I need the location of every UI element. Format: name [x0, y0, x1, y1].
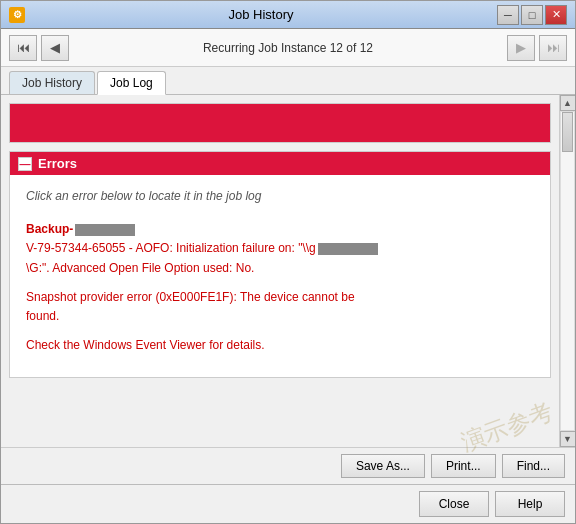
- main-window: ⚙ Job History ─ □ ✕ ⏮ ◀ Recurring Job In…: [0, 0, 576, 524]
- content-area: — Errors Click an error below to locate …: [1, 95, 575, 447]
- error-text-3: Check the Windows Event Viewer for detai…: [26, 336, 534, 355]
- minimize-button[interactable]: ─: [497, 5, 519, 25]
- window-title: Job History: [25, 7, 497, 22]
- tab-job-log[interactable]: Job Log: [97, 71, 166, 95]
- footer-bar: Close Help: [1, 484, 575, 523]
- scroll-down-button[interactable]: ▼: [560, 431, 576, 447]
- save-as-button[interactable]: Save As...: [341, 454, 425, 478]
- error-backup-label: Backup-: [26, 222, 73, 236]
- print-button[interactable]: Print...: [431, 454, 496, 478]
- redacted-bar-1: [75, 224, 135, 236]
- next-button[interactable]: ▶: [507, 35, 535, 61]
- scroll-track[interactable]: [560, 111, 575, 431]
- scrollbar[interactable]: ▲ ▼: [559, 95, 575, 447]
- error-text-1: V-79-57344-65055 - AOFO: Initialization …: [26, 239, 534, 277]
- error-label-1: Backup-: [26, 220, 534, 239]
- instance-label: Recurring Job Instance 12 of 12: [73, 41, 503, 55]
- errors-header: — Errors: [10, 152, 550, 175]
- title-bar: ⚙ Job History ─ □ ✕: [1, 1, 575, 29]
- toolbar: ⏮ ◀ Recurring Job Instance 12 of 12 ▶ ⏭: [1, 29, 575, 67]
- close-button[interactable]: Close: [419, 491, 489, 517]
- errors-title: Errors: [38, 156, 77, 171]
- errors-panel: — Errors Click an error below to locate …: [9, 151, 551, 378]
- errors-body: Click an error below to locate it in the…: [10, 175, 550, 377]
- error-entry-3: Check the Windows Event Viewer for detai…: [26, 336, 534, 355]
- error-entry-1: Backup- V-79-57344-65055 - AOFO: Initial…: [26, 220, 534, 278]
- last-button[interactable]: ⏭: [539, 35, 567, 61]
- find-button[interactable]: Find...: [502, 454, 565, 478]
- tab-bar: Job History Job Log: [1, 67, 575, 95]
- error-text-2: Snapshot provider error (0xE000FE1F): Th…: [26, 288, 534, 326]
- app-icon: ⚙: [9, 7, 25, 23]
- errors-instruction: Click an error below to locate it in the…: [26, 187, 534, 206]
- top-section: [9, 103, 551, 143]
- tab-job-history[interactable]: Job History: [9, 71, 95, 94]
- action-bar: Save As... Print... Find...: [1, 447, 575, 484]
- main-content: — Errors Click an error below to locate …: [1, 95, 559, 447]
- error-entry-2: Snapshot provider error (0xE000FE1F): Th…: [26, 288, 534, 326]
- first-button[interactable]: ⏮: [9, 35, 37, 61]
- scroll-up-button[interactable]: ▲: [560, 95, 576, 111]
- redacted-bar-2: [318, 243, 378, 255]
- prev-button[interactable]: ◀: [41, 35, 69, 61]
- scrollable-content: — Errors Click an error below to locate …: [1, 95, 559, 447]
- close-window-button[interactable]: ✕: [545, 5, 567, 25]
- collapse-button[interactable]: —: [18, 157, 32, 171]
- help-button[interactable]: Help: [495, 491, 565, 517]
- window-controls: ─ □ ✕: [497, 5, 567, 25]
- restore-button[interactable]: □: [521, 5, 543, 25]
- scroll-thumb[interactable]: [562, 112, 573, 152]
